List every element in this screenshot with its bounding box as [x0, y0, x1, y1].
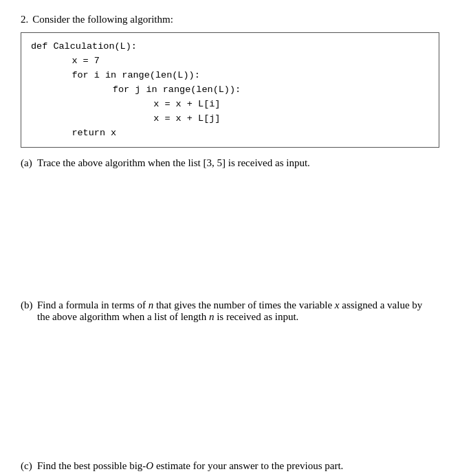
part-c: (c) Find the best possible big-O estimat…	[21, 460, 439, 472]
part-b-text: Find a formula in terms of n that gives …	[37, 299, 439, 323]
part-c-O: O	[146, 460, 153, 471]
code-line-3: for i in range(len(L)):	[50, 69, 429, 83]
part-b-n2: n	[209, 311, 215, 322]
part-b-line2: that gives the number of times the varia…	[156, 299, 332, 310]
part-b-answer-space	[21, 323, 439, 453]
code-line-4: for j in range(len(L)):	[68, 83, 429, 98]
part-a-text: Trace the above algorithm when the list …	[37, 157, 439, 169]
part-b-line1: Find a formula in terms of	[37, 299, 146, 310]
part-b: (b) Find a formula in terms of n that gi…	[21, 299, 439, 323]
part-b-assigned: assigned	[342, 299, 377, 310]
code-line-2: x = 7	[50, 54, 429, 69]
part-a: (a) Trace the above algorithm when the l…	[21, 157, 439, 169]
code-line-5: x = x + L[i]	[87, 98, 429, 112]
code-block: def Calculation(L): x = 7 for i in range…	[21, 32, 439, 148]
part-c-text2: estimate for your answer to the previous…	[153, 460, 343, 471]
part-c-text: Find the best possible big-O estimate fo…	[37, 460, 439, 472]
question-2: 2. Consider the following algorithm: def…	[21, 14, 439, 472]
code-line-6: x = x + L[j]	[87, 112, 429, 126]
code-line-7: return x	[50, 126, 429, 141]
part-c-text1: Find the best possible big-	[37, 460, 146, 471]
part-a-label: (a)	[21, 157, 34, 169]
part-b-line6b: is received as input.	[217, 311, 298, 322]
part-b-label: (b)	[21, 299, 34, 311]
question-number-label: 2.	[21, 14, 28, 25]
part-a-answer-space	[21, 169, 439, 293]
part-b-line4b: a value by	[380, 299, 423, 310]
part-b-line5: the above algorithm when a list of lengt…	[37, 311, 206, 322]
code-line-1: def Calculation(L):	[31, 40, 429, 54]
part-c-label: (c)	[21, 460, 34, 472]
question-intro: Consider the following algorithm:	[32, 14, 173, 25]
part-b-n1: n	[149, 299, 154, 310]
question-header: 2. Consider the following algorithm:	[21, 14, 439, 25]
part-b-x: x	[335, 299, 340, 310]
